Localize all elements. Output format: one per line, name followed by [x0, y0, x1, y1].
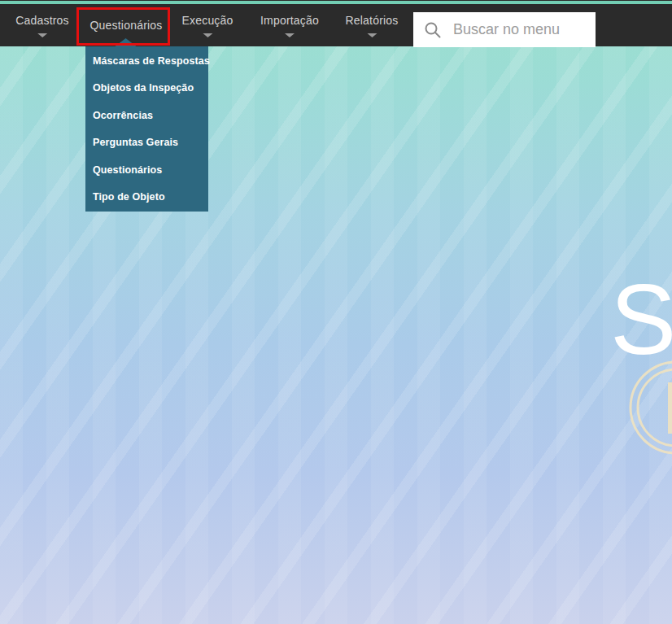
chevron-down-icon	[285, 33, 295, 37]
menu-search-box[interactable]	[413, 12, 596, 47]
nav-item-label: Cadastros	[15, 14, 69, 27]
nav-item-label: Execução	[181, 14, 233, 27]
nav-item-questionarios[interactable]: Questionários	[90, 4, 163, 46]
main-navbar: Cadastros Questionários Execução Importa…	[0, 4, 672, 46]
menu-item-questionarios[interactable]: Questionários	[85, 156, 208, 184]
menu-item-perguntas-gerais[interactable]: Perguntas Gerais	[85, 129, 208, 157]
menu-item-objetos-da-inspecao[interactable]: Objetos da Inspeção	[85, 75, 208, 103]
watermark-ring-logo	[627, 359, 672, 456]
nav-item-label: Questionários	[90, 19, 163, 32]
menu-item-mascaras-de-respostas[interactable]: Máscaras de Respostas	[85, 47, 208, 75]
search-icon	[424, 21, 442, 39]
nav-item-execucao[interactable]: Execução	[181, 4, 233, 46]
chevron-down-icon	[37, 33, 47, 37]
nav-item-importacao[interactable]: Importação	[260, 4, 319, 46]
menu-item-ocorrencias[interactable]: Ocorrências	[85, 102, 208, 129]
nav-item-relatorios[interactable]: Relatórios	[345, 4, 398, 46]
page-background: S Cadastros Questionários Execução Impor…	[0, 0, 672, 624]
chevron-up-open-icon	[116, 38, 137, 46]
nav-item-label: Relatórios	[345, 14, 398, 27]
questionarios-dropdown-menu: Máscaras de Respostas Objetos da Inspeçã…	[85, 46, 208, 212]
chevron-down-icon	[367, 33, 377, 37]
nav-item-label: Importação	[260, 14, 319, 27]
watermark-letter: S	[610, 270, 672, 369]
search-input[interactable]	[452, 20, 593, 39]
chevron-down-icon	[203, 33, 212, 37]
menu-item-tipo-de-objeto[interactable]: Tipo de Objeto	[85, 184, 208, 212]
nav-item-cadastros[interactable]: Cadastros	[15, 4, 69, 46]
